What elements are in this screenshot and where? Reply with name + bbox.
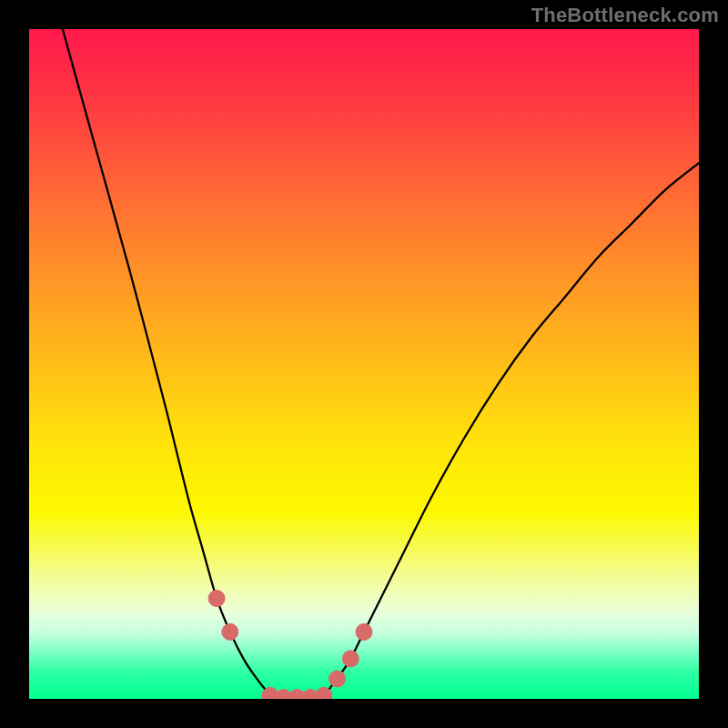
data-marker [222, 623, 238, 640]
curve-right [324, 163, 699, 695]
plot-area [29, 29, 699, 699]
data-marker [329, 671, 346, 687]
curve-layer [29, 29, 699, 699]
data-marker [208, 591, 225, 607]
curve-left [63, 29, 270, 695]
chart-frame: TheBottleneck.com [0, 0, 728, 728]
data-marker [316, 687, 332, 699]
watermark-text: TheBottleneck.com [531, 4, 719, 27]
marker-group [208, 591, 372, 699]
data-marker [342, 651, 359, 667]
data-marker [356, 623, 372, 640]
